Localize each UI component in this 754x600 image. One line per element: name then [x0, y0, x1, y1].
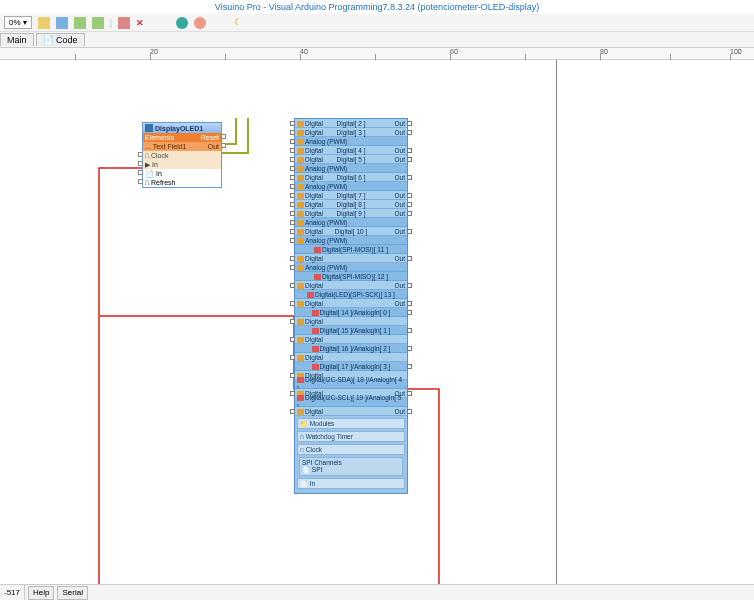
status-tab-help[interactable]: Help: [28, 586, 54, 600]
pin-in-arrow[interactable]: [138, 161, 143, 166]
delete-icon[interactable]: ✕: [136, 17, 148, 29]
pin-clock[interactable]: [138, 152, 143, 157]
design-canvas[interactable]: 20 40 60 80 100 DisplayOLED1 ElementsR: [0, 48, 754, 584]
doc-tabs: Main 📄 Code: [0, 32, 754, 48]
horizontal-ruler: 20 40 60 80 100: [0, 48, 754, 60]
pin-out[interactable]: [407, 202, 412, 207]
window-title: Visuino Pro - Visual Arduino Programming…: [0, 0, 754, 14]
open-icon[interactable]: [38, 17, 50, 29]
clock-box[interactable]: ⎍ Clock: [297, 444, 405, 455]
in-arrow-row[interactable]: ▶ In: [143, 160, 221, 169]
gear-icon[interactable]: [194, 17, 206, 29]
textfield-row[interactable]: ... Text Field1Out: [143, 142, 221, 151]
i2c-in-box[interactable]: 📄 In: [297, 478, 405, 489]
pin-out[interactable]: [407, 364, 412, 369]
pin-in[interactable]: [290, 202, 295, 207]
pin-in[interactable]: [290, 211, 295, 216]
pin-in[interactable]: [290, 319, 295, 324]
pin-out[interactable]: [407, 310, 412, 315]
modules-box[interactable]: 📁 Modules: [297, 418, 405, 429]
pin-in[interactable]: [290, 391, 295, 396]
refresh-row[interactable]: ⎍ Refresh: [143, 178, 221, 187]
moon-icon[interactable]: ☾: [234, 17, 246, 29]
tab-code[interactable]: 📄 Code: [36, 33, 85, 46]
pin-out[interactable]: [407, 211, 412, 216]
pin-reset[interactable]: [221, 134, 226, 139]
pin-in[interactable]: [290, 283, 295, 288]
node-display-oled[interactable]: DisplayOLED1 ElementsReset ... Text Fiel…: [142, 122, 222, 188]
pin-out[interactable]: [407, 175, 412, 180]
status-coord: -517: [0, 585, 25, 600]
pin-out[interactable]: [407, 229, 412, 234]
pin-out[interactable]: [407, 121, 412, 126]
pin-in[interactable]: [290, 337, 295, 342]
watchdog-box[interactable]: ⎍ Watchdog Timer: [297, 431, 405, 442]
pin-in[interactable]: [290, 193, 295, 198]
pin-in[interactable]: [290, 148, 295, 153]
spi-channels-box[interactable]: SPI Channels 📄 SPI: [299, 457, 403, 476]
pin-in[interactable]: [290, 355, 295, 360]
page-edge: [556, 60, 557, 584]
pin-in[interactable]: [290, 256, 295, 261]
component-icon: [145, 124, 153, 132]
undo-icon[interactable]: [74, 17, 86, 29]
pin-out[interactable]: [407, 409, 412, 414]
main-toolbar: 0% ▾ | ✕ ☾: [0, 14, 754, 32]
node-title: DisplayOLED1: [155, 125, 203, 132]
pin-out[interactable]: [221, 143, 226, 148]
pin-in[interactable]: [290, 229, 295, 234]
clock-row[interactable]: ⎍ Clock: [143, 151, 221, 160]
pin-in[interactable]: [290, 157, 295, 162]
pin-refresh[interactable]: [138, 179, 143, 184]
pin-out[interactable]: [407, 148, 412, 153]
pin-out[interactable]: [407, 130, 412, 135]
pin-out[interactable]: [407, 283, 412, 288]
pin-out[interactable]: [407, 256, 412, 261]
pin-out[interactable]: [407, 328, 412, 333]
pin-in[interactable]: [138, 170, 143, 175]
pin-pwm[interactable]: [290, 166, 295, 171]
cut-icon[interactable]: [118, 17, 130, 29]
pin-out[interactable]: [407, 391, 412, 396]
redo-icon[interactable]: [92, 17, 104, 29]
pin-in[interactable]: [290, 409, 295, 414]
pin-pwm[interactable]: [290, 139, 295, 144]
pin-in[interactable]: [290, 373, 295, 378]
save-icon[interactable]: [56, 17, 68, 29]
status-tab-serial[interactable]: Serial: [57, 586, 87, 600]
pin-in[interactable]: [290, 301, 295, 306]
zoom-combo[interactable]: 0% ▾: [4, 16, 32, 29]
pin-out[interactable]: [407, 193, 412, 198]
pin-out[interactable]: [407, 301, 412, 306]
pin-row[interactable]: Digital Out: [295, 407, 407, 416]
pin-pwm[interactable]: [290, 184, 295, 189]
pin-in[interactable]: [290, 130, 295, 135]
pin-pwm[interactable]: [290, 220, 295, 225]
status-bar: -517 Help Serial: [0, 584, 754, 600]
elements-row[interactable]: ElementsReset: [143, 133, 221, 142]
node-header[interactable]: DisplayOLED1: [143, 123, 221, 133]
node-arduino[interactable]: Digital Digital[ 2 ] Out Digital Digital…: [294, 118, 408, 494]
pin-out[interactable]: [407, 346, 412, 351]
pin-in[interactable]: [290, 121, 295, 126]
upload-icon[interactable]: [176, 17, 188, 29]
pin-pwm[interactable]: [290, 265, 295, 270]
pin-in[interactable]: [290, 175, 295, 180]
pin-out[interactable]: [407, 157, 412, 162]
arduino-footer: 📁 Modules ⎍ Watchdog Timer ⎍ Clock SPI C…: [295, 416, 407, 493]
in-row[interactable]: 📄 In: [143, 169, 221, 178]
pin-pwm[interactable]: [290, 238, 295, 243]
tab-main[interactable]: Main: [0, 33, 34, 46]
